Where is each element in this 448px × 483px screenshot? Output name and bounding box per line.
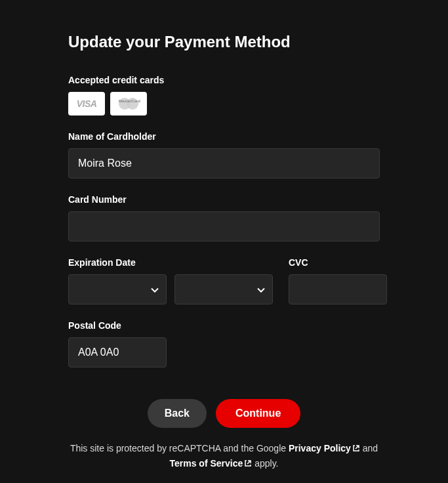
accepted-cards-label: Accepted credit cards xyxy=(68,75,380,85)
external-link-icon xyxy=(352,442,360,456)
terms-of-service-link[interactable]: Terms of Service xyxy=(169,458,252,469)
button-row: Back Continue xyxy=(68,399,380,428)
cvc-field-group: CVC xyxy=(289,257,387,304)
card-number-field-group: Card Number xyxy=(68,194,380,242)
name-input[interactable] xyxy=(68,148,380,178)
visa-icon: VISA xyxy=(68,92,105,116)
name-label: Name of Cardholder xyxy=(68,131,380,142)
continue-button[interactable]: Continue xyxy=(216,399,300,428)
legal-text: This site is protected by reCAPTCHA and … xyxy=(68,441,380,472)
accepted-cards-section: Accepted credit cards VISA MasterCard xyxy=(68,75,380,116)
expiration-label: Expiration Date xyxy=(68,257,273,268)
postal-input[interactable] xyxy=(68,337,167,368)
expiration-month-select[interactable] xyxy=(68,274,167,304)
mastercard-icon: MasterCard xyxy=(110,92,147,116)
name-field-group: Name of Cardholder xyxy=(68,131,380,178)
external-link-icon xyxy=(244,457,252,471)
privacy-policy-link[interactable]: Privacy Policy xyxy=(289,443,360,453)
card-icons-row: VISA MasterCard xyxy=(68,92,380,116)
card-number-label: Card Number xyxy=(68,194,380,205)
postal-field-group: Postal Code xyxy=(68,320,380,368)
card-number-input[interactable] xyxy=(68,211,380,242)
postal-label: Postal Code xyxy=(68,320,380,331)
expiration-year-select[interactable] xyxy=(174,274,273,304)
back-button[interactable]: Back xyxy=(148,399,207,428)
expiration-field-group: Expiration Date xyxy=(68,257,273,304)
cvc-input[interactable] xyxy=(289,274,387,304)
cvc-label: CVC xyxy=(289,257,387,268)
page-title: Update your Payment Method xyxy=(68,33,380,51)
